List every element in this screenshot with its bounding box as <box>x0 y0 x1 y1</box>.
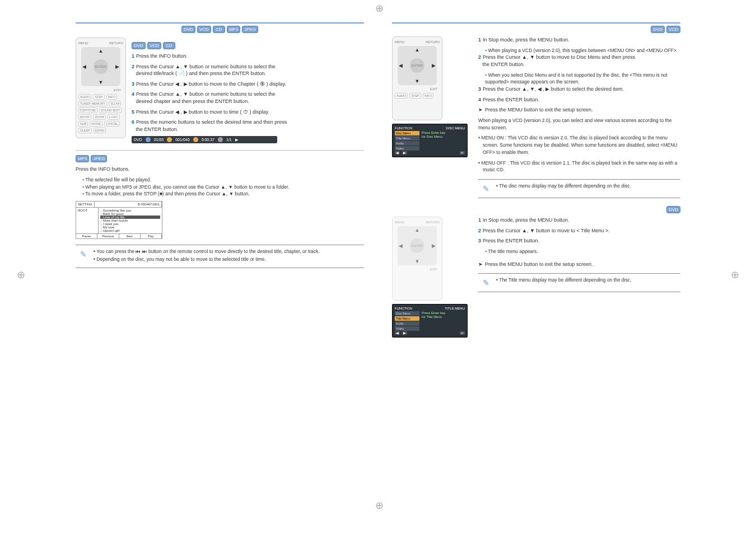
step-5: 5Press the Cursor ◀ , ▶ button to move t… <box>132 109 364 116</box>
remote-enter-label: ENTER <box>410 238 424 253</box>
remote-illustration: MENU RETURN ▲ ▼ ◀ ▶ ENTER EXIT AUDIO STE… <box>392 36 442 120</box>
list-item: Disc Menu <box>395 311 419 316</box>
arrow-left-icon: ◀ <box>82 64 86 69</box>
badge: MP3 <box>227 26 240 33</box>
arrow-left-icon: ◀ <box>399 63 403 68</box>
step-1: 1Press the INFO button. <box>132 53 364 60</box>
title-track-icon: 📄 <box>179 71 185 76</box>
remote-illustration: MENU RETURN ▲ ▼ ◀ ▶ ENTER EXIT AUDIO STE… <box>76 38 126 138</box>
body-line: for Title Menu <box>422 315 465 318</box>
play-arrow-icon: ▶ <box>235 138 238 142</box>
note-line: • You can press the ⏮ ⏭ button on the re… <box>94 249 320 255</box>
remote-dpad: ▲ ▼ ◀ ▶ ENTER <box>398 226 437 265</box>
remote-return-label: RETURN <box>426 221 440 224</box>
r1-exit: ➤ Press the MENU button to exit the setu… <box>478 106 680 114</box>
media-badges-right-top: DVD VCD <box>392 26 680 33</box>
note-box-title-menu: ✎ • The Title menu display may be differ… <box>478 273 680 292</box>
remote-menu-label: MENU <box>395 40 405 44</box>
mp3-setting-label: SETTING <box>76 202 95 207</box>
badge: CD <box>213 26 225 33</box>
list-item: Audio <box>395 141 419 146</box>
mp3-footer-keys: Pause Previous Next Play <box>76 233 162 238</box>
audio-icon <box>218 137 223 142</box>
playback-status-strip: DVD 01/05 001/040 0:00:37 1/1 ▶ <box>132 136 277 143</box>
remote-menu-label: MENU <box>78 41 88 45</box>
key: Next <box>119 234 141 238</box>
page-rule <box>392 22 680 24</box>
badge: DVD <box>651 26 665 33</box>
pointer-icon: ➤ <box>478 261 483 268</box>
steps-content: DVD VCD CD 1Press the INFO button. 2Pres… <box>132 38 364 143</box>
arrow-down-icon: ▼ <box>415 78 420 84</box>
badge: CD <box>163 42 175 49</box>
media-badges-main: DVD VCD CD MP3 JPEG <box>76 26 364 33</box>
mp3-browser-screenshot: SETTING B 0504071001 ROOT Something like… <box>76 201 162 239</box>
page-rule <box>76 22 364 24</box>
note-box-left: ✎ • You can press the ⏮ ⏭ button on the … <box>76 245 364 268</box>
r1-step2-sub: When you select Disc Menu and it is not … <box>478 72 680 86</box>
left-page: DVD VCD CD MP3 JPEG MENU RETURN ▲ ▼ ◀ ▶ <box>70 17 370 351</box>
arrow-left-icon: ◀ <box>399 243 403 249</box>
time-icon <box>193 137 198 142</box>
remote-btn: MO/ST <box>78 114 91 120</box>
body-line: Press Enter key <box>422 131 465 134</box>
pointer-icon: ➤ <box>478 106 483 114</box>
note-line: • The disc menu display may be different… <box>496 183 631 190</box>
r2-step3: 3Press the ENTER button. <box>478 237 680 245</box>
media-badges-mp3jpeg: MP3 JPEG <box>76 155 364 162</box>
list-item: Uptown girl <box>100 229 160 232</box>
remote-exit-label: EXIT <box>114 88 121 92</box>
list-item: Audio <box>395 321 419 326</box>
key: Previous <box>97 234 119 238</box>
r1-step4: 4Press the ENTER button. <box>478 96 680 104</box>
list-item: Disc Menu <box>395 131 419 135</box>
mp3-track-list: Something like you Back for good Love of… <box>99 208 162 233</box>
step-2: 2Press the Cursor ▲, ▼ button or numeric… <box>132 63 364 77</box>
arrow-right-icon: ▶ <box>115 64 119 69</box>
badge: DVD <box>132 42 146 49</box>
arrow-up-icon: ▲ <box>99 48 104 54</box>
remote-exit-label: EXIT <box>430 87 437 91</box>
remote-btn: AUDIO <box>395 93 408 99</box>
crop-mark-top: ⊕ <box>375 2 384 15</box>
remote-dpad: ▲ ▼ ◀ ▶ ENTER <box>398 46 437 85</box>
remote-button-grid: AUDIO STEP INFO TUNER MEMORY SLOW DSP/TO… <box>78 94 123 133</box>
right-page: DVD VCD MENU RETURN ▲ ▼ ◀ ▶ ENTER <box>386 17 686 351</box>
remote-btn: SUB <box>78 121 88 127</box>
media-badges-sub: DVD VCD CD <box>132 42 364 49</box>
r2-step1: 1In Stop mode, press the MENU button. <box>478 217 680 224</box>
arrow-right-icon: ▶ <box>432 243 436 249</box>
mp3-sub2: When playing an MP3 or JPEG disc, you ca… <box>76 184 364 191</box>
arrow-right-icon: ▶ <box>432 63 436 68</box>
remote-btn: EZ/HD <box>94 128 106 133</box>
remote-btn: SOUND EDIT <box>99 107 122 113</box>
list-item: Title Menu <box>395 316 419 321</box>
r1-step3: 3Press the Cursor ▲, ▼, ◀ , ▶ button to … <box>478 86 680 93</box>
remote-exit-label: EXIT <box>430 268 437 271</box>
r2-step3-sub: The title menu appears. <box>478 248 680 255</box>
disc-menu-screenshot: FUNCTIONDISC MENU Disc Menu Title Menu A… <box>392 124 468 157</box>
media-badges-title: DVD <box>392 206 680 213</box>
strip-label: DVD <box>134 138 142 142</box>
badge: MP3 <box>76 155 89 162</box>
badge: DVD <box>666 206 680 213</box>
vcd-explain-off: • MENU OFF : This VCD disc is version 1.… <box>478 160 680 174</box>
step-3: 3Press the Cursor ◀ , ▶ button to move t… <box>132 81 364 88</box>
crop-mark-bottom: ⊕ <box>375 499 384 512</box>
remote-btn: STEP <box>409 93 421 99</box>
note-line: • The Title menu display may be differen… <box>496 277 631 284</box>
note-box-disc-menu: ✎ • The disc menu display may be differe… <box>478 179 680 198</box>
note-icon: ✎ <box>78 249 89 260</box>
title-icon <box>146 137 151 142</box>
remote-return-label: RETURN <box>426 40 440 44</box>
divider <box>76 150 364 151</box>
note-icon: ✎ <box>480 183 492 194</box>
mp3-sub1: The selected file will be played. <box>76 176 364 184</box>
list-item: Video <box>395 326 419 331</box>
remote-btn: AUDIO <box>78 94 91 100</box>
remote-dpad: ▲ ▼ ◀ ▶ ENTER <box>81 47 120 86</box>
list-item: Video <box>395 146 419 151</box>
remote-return-label: RETURN <box>109 41 123 45</box>
vcd-explain-on: • MENU ON : This VCD disc is version 2.0… <box>478 134 680 156</box>
remote-btn: INFO <box>423 93 433 99</box>
